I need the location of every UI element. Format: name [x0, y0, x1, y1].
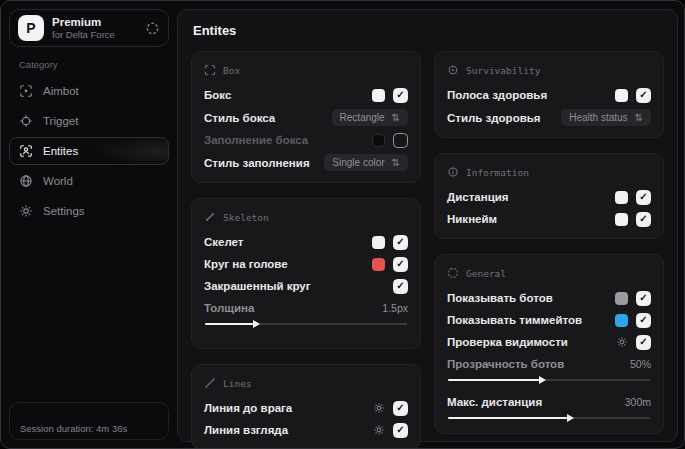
- checkbox[interactable]: ✓: [636, 335, 651, 350]
- slider-fill: [205, 323, 253, 325]
- sidebar-item-label: Settings: [43, 205, 85, 217]
- dropdown-value: Health status: [569, 112, 627, 123]
- max-distance-slider[interactable]: [448, 417, 650, 419]
- color-swatch[interactable]: [615, 191, 628, 204]
- setting-label: Стиль здоровья: [447, 112, 541, 124]
- columns: Box Бокс ✓ Стиль бокса Rectangle ⇅: [191, 51, 664, 449]
- setting-row-nickname: Никнейм ✓: [447, 211, 651, 227]
- slider-value: 300m: [625, 396, 651, 408]
- fill-style-dropdown[interactable]: Single color ⇅: [324, 154, 408, 171]
- sidebar-item-entites[interactable]: Entites: [9, 137, 169, 165]
- app-window: P Premium for Delta Force Category Aimbo…: [0, 0, 685, 449]
- sidebar-item-label: Aimbot: [43, 85, 79, 97]
- box-card: Box Бокс ✓ Стиль бокса Rectangle ⇅: [191, 51, 421, 183]
- color-swatch[interactable]: [615, 314, 628, 327]
- lines-card: Lines Линия до врага ✓: [191, 364, 421, 449]
- general-card: General Показывать ботов ✓ Показывать ти…: [434, 254, 664, 434]
- dropdown-value: Single color: [332, 157, 384, 168]
- slider-thumb[interactable]: [567, 414, 574, 422]
- setting-row-fill-style: Стиль заполнения Single color ⇅: [204, 154, 408, 171]
- health-style-dropdown[interactable]: Health status ⇅: [561, 109, 651, 126]
- setting-label: Стиль бокса: [204, 112, 275, 124]
- right-column: Survivability Полоса здоровья ✓ Стиль зд…: [434, 51, 664, 449]
- check-icon: ✓: [396, 237, 404, 247]
- color-swatch[interactable]: [372, 236, 385, 249]
- sidebar-item-trigget[interactable]: Trigget: [9, 107, 169, 135]
- setting-label: Стиль заполнения: [204, 157, 310, 169]
- brand-card: P Premium for Delta Force: [9, 9, 169, 47]
- card-header-label: Skeleton: [223, 212, 269, 223]
- setting-label: Никнейм: [447, 213, 497, 225]
- checkbox[interactable]: ✓: [393, 423, 408, 438]
- box-frame-icon: [204, 64, 216, 76]
- sidebar-item-label: Entites: [43, 145, 78, 157]
- setting-label: Показывать ботов: [447, 292, 553, 304]
- color-swatch[interactable]: [372, 134, 385, 147]
- line-settings-gear-icon[interactable]: [373, 402, 385, 414]
- sync-icon[interactable]: [145, 21, 160, 36]
- checkbox[interactable]: ✓: [393, 279, 408, 294]
- setting-row-box-style: Стиль бокса Rectangle ⇅: [204, 109, 408, 126]
- checkbox[interactable]: ✓: [393, 401, 408, 416]
- check-icon: ✓: [396, 90, 404, 100]
- checkbox[interactable]: ✓: [393, 235, 408, 250]
- dropdown-value: Rectangle: [340, 112, 385, 123]
- sidebar-item-label: World: [43, 175, 73, 187]
- slider-thumb[interactable]: [253, 320, 260, 328]
- check-icon: ✓: [639, 214, 647, 224]
- setting-label: Заполнение бокса: [204, 134, 308, 146]
- color-swatch[interactable]: [615, 292, 628, 305]
- slider-value: 50%: [630, 358, 651, 370]
- thickness-slider[interactable]: [205, 323, 407, 325]
- setting-label: Проверка видимости: [447, 336, 568, 348]
- setting-row-visibility-check: Проверка видимости ✓: [447, 334, 651, 350]
- checkbox[interactable]: ✓: [636, 88, 651, 103]
- aimbot-icon: [19, 84, 33, 98]
- setting-label: Прозрачность ботов: [447, 358, 564, 370]
- checkbox[interactable]: ✓: [393, 88, 408, 103]
- bot-opacity-slider[interactable]: [448, 379, 650, 381]
- globe-icon: [19, 174, 33, 188]
- checkbox[interactable]: ✓: [636, 212, 651, 227]
- color-swatch[interactable]: [615, 213, 628, 226]
- setting-label: Показывать тиммейтов: [447, 314, 582, 326]
- checkbox[interactable]: ✓: [393, 257, 408, 272]
- survivability-card-header: Survivability: [447, 64, 651, 76]
- information-card-header: Information: [447, 166, 651, 178]
- gear-icon: [19, 204, 33, 218]
- checkbox[interactable]: ✓: [636, 190, 651, 205]
- dashed-square-icon: [447, 267, 459, 279]
- brand-subtitle: for Delta Force: [52, 29, 115, 41]
- sidebar-item-world[interactable]: World: [9, 167, 169, 195]
- visibility-gear-icon[interactable]: [616, 336, 628, 348]
- setting-row-thickness: Толщина 1.5px: [204, 300, 408, 325]
- checkbox[interactable]: ✓: [636, 291, 651, 306]
- line-settings-gear-icon[interactable]: [373, 424, 385, 436]
- box-style-dropdown[interactable]: Rectangle ⇅: [332, 109, 408, 126]
- setting-label: Линия взгляда: [204, 424, 288, 436]
- slider-thumb[interactable]: [539, 376, 546, 384]
- slider-value: 1.5px: [382, 302, 408, 314]
- setting-row-filled-circle: Закрашенный круг ✓: [204, 278, 408, 294]
- diagonal-line-icon: [204, 377, 216, 389]
- setting-label: Макс. дистанция: [447, 396, 542, 408]
- setting-row-skeleton: Скелет ✓: [204, 234, 408, 250]
- setting-row-box: Бокс ✓: [204, 87, 408, 103]
- color-swatch[interactable]: [372, 258, 385, 271]
- setting-row-box-fill: Заполнение бокса ✓: [204, 132, 408, 148]
- main-panel: Entites Box Бокс: [177, 9, 678, 442]
- sidebar-item-aimbot[interactable]: Aimbot: [9, 77, 169, 105]
- sidebar-item-settings[interactable]: Settings: [9, 197, 169, 225]
- color-swatch[interactable]: [372, 89, 385, 102]
- skeleton-card: Skeleton Скелет ✓ Круг на голове: [191, 198, 421, 349]
- check-icon: ✓: [639, 293, 647, 303]
- setting-row-max-distance: Макс. дистанция 300m: [447, 394, 651, 419]
- setting-row-bot-opacity: Прозрачность ботов 50%: [447, 356, 651, 381]
- lines-card-header: Lines: [204, 377, 408, 389]
- sidebar: P Premium for Delta Force Category Aimbo…: [1, 1, 177, 448]
- setting-label: Дистанция: [447, 191, 508, 203]
- checkbox[interactable]: ✓: [636, 313, 651, 328]
- checkbox[interactable]: ✓: [393, 133, 408, 148]
- color-swatch[interactable]: [615, 89, 628, 102]
- setting-row-show-teammates: Показывать тиммейтов ✓: [447, 312, 651, 328]
